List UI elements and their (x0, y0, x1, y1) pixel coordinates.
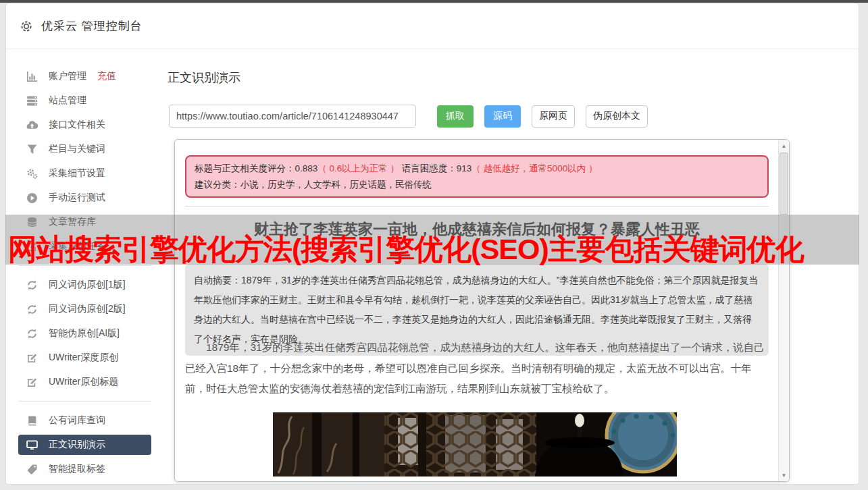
fetch-button[interactable]: 抓取 (437, 105, 474, 128)
sidebar-item-interface-files[interactable]: 接口文件相关 (6, 113, 168, 137)
sidebar-item-label: 智能伪原创[AI版] (49, 327, 120, 339)
alert-line-scores: 标题与正文相关度评分：0.883（ 0.6以上为正常 ） 语言困惑度：913（ … (195, 161, 759, 177)
gear-icon (20, 20, 33, 33)
sidebar-divider (18, 401, 151, 402)
recharge-badge[interactable]: 充值 (97, 70, 116, 82)
sidebar-item-label: UWriter原创标题 (49, 376, 118, 388)
app-title: 优采云 管理控制台 (41, 18, 143, 34)
pencil-square-icon (26, 377, 38, 388)
result-panel: 标题与正文相关度评分：0.883（ 0.6以上为正常 ） 语言困惑度：913（ … (174, 139, 790, 482)
sidebar-item-label: 站点管理 (49, 94, 86, 107)
alert-line-category: 建议分类：小说，历史学，人文学科，历史话题，民俗传统 (195, 177, 759, 193)
article-image (273, 412, 677, 477)
sidebar-item-label: UWriter深度原创 (49, 352, 118, 364)
scroll-thumb[interactable] (780, 153, 788, 215)
panel-divider (185, 206, 769, 207)
sidebar-item-label: 账户管理 (49, 70, 86, 82)
sidebar-item-public-thesaurus[interactable]: 公有词库查询 (6, 408, 168, 433)
sidebar-item-label: 同义词伪原创[1版] (49, 279, 126, 291)
sidebar-item-uwriter-original-title[interactable]: UWriter原创标题 (6, 370, 168, 394)
app-header: 优采云 管理控制台 (6, 3, 859, 49)
gears-icon (26, 168, 38, 180)
sidebar-item-label: 栏目与关键词 (49, 143, 105, 155)
sidebar-item-label: 采集细节设置 (49, 167, 105, 180)
url-input[interactable] (169, 105, 416, 128)
sidebar-item-synonym-rewrite-v2[interactable]: 同义词伪原创[2版] (6, 297, 168, 321)
pencil-square-icon (26, 352, 38, 364)
server-icon (26, 95, 38, 107)
sidebar-item-columns-keywords[interactable]: 栏目与关键词 (6, 137, 168, 161)
sidebar-item-label: 正文识别演示 (49, 439, 105, 451)
original-page-button[interactable]: 原网页 (532, 105, 575, 128)
book-icon (26, 415, 38, 427)
analysis-alert: 标题与正文相关度评分：0.883（ 0.6以上为正常 ） 语言困惑度：913（ … (185, 155, 769, 198)
sidebar-item-smart-tag-extraction[interactable]: 智能提取标签 (6, 457, 168, 481)
sidebar-item-label: 同义词伪原创[2版] (49, 303, 126, 315)
sidebar-item-synonym-rewrite-v1[interactable]: 同义词伪原创[1版] (6, 273, 168, 297)
page-title: 正文识别演示 (168, 70, 240, 86)
funnel-icon (26, 144, 38, 155)
article-paragraph: 1879年，31岁的李莲英出任储秀宫四品花翎总管，成为慈禧身边的大红人。这年春天… (185, 337, 765, 400)
sidebar-item-manual-run-test[interactable]: 手动运行测试 (6, 186, 168, 210)
panel-scrollbar[interactable]: ▲ ▼ (778, 140, 789, 481)
sidebar-item-account-management[interactable]: 账户管理 充值 (6, 64, 168, 88)
play-circle-icon (26, 192, 38, 204)
pseudo-original-button[interactable]: 伪原创本文 (586, 105, 648, 128)
toolbar: 抓取 源码 原网页 伪原创本文 (169, 105, 648, 128)
sidebar-item-label: 手动运行测试 (49, 192, 105, 204)
refresh-icon (26, 328, 38, 339)
sidebar-item-label: 接口文件相关 (49, 119, 105, 131)
sidebar-item-ai-rewrite[interactable]: 智能伪原创[AI版] (6, 321, 168, 346)
refresh-icon (26, 304, 38, 315)
monitor-icon (26, 439, 38, 451)
scroll-down-arrow[interactable]: ▼ (779, 470, 789, 481)
sidebar-item-label: 智能提取标签 (49, 463, 105, 475)
bar-chart-icon (26, 71, 38, 82)
tag-icon (26, 464, 38, 475)
sidebar-item-site-management[interactable]: 站点管理 (6, 88, 168, 113)
cloud-upload-icon (26, 119, 38, 131)
watermark-text: 网站搜索引擎优化方法(搜索引擎优化(SEO)主要包括关键词优化 (8, 230, 863, 269)
sidebar-item-partially-cut[interactable] (6, 481, 168, 485)
source-code-button[interactable]: 源码 (484, 105, 521, 128)
sidebar-item-label: 公有词库查询 (49, 414, 105, 427)
sidebar-item-uwriter-deep-original[interactable]: UWriter深度原创 (6, 346, 168, 370)
sidebar-item-collection-settings[interactable]: 采集细节设置 (6, 161, 168, 186)
sidebar-item-content-recognition-demo[interactable]: 正文识别演示 (18, 435, 151, 455)
refresh-icon (26, 279, 38, 291)
scroll-up-arrow[interactable]: ▲ (779, 140, 789, 151)
